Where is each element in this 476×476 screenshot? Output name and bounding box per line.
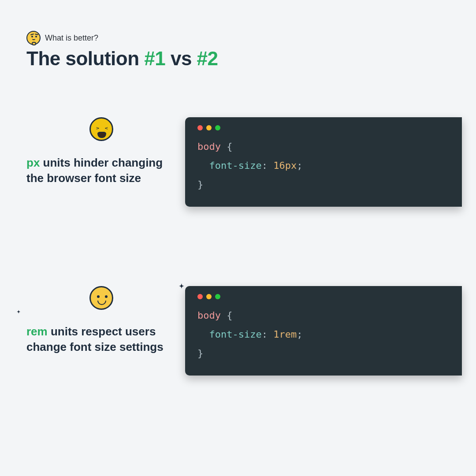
code-property: font-size — [209, 160, 261, 171]
code-brace-close: } — [197, 179, 203, 190]
code-line-3: } — [197, 175, 450, 194]
code-selector: body — [197, 141, 221, 152]
code-semicolon: ; — [297, 160, 302, 171]
caption-accent-rem: rem — [26, 325, 48, 338]
eyebrow-row: What is better? — [26, 31, 476, 45]
code-value: 16px — [273, 160, 297, 171]
code-line-2: font-size: 1rem; — [197, 325, 450, 344]
window-dot-green-icon — [215, 125, 220, 130]
code-colon: : — [262, 160, 274, 171]
thinking-face-icon — [26, 31, 41, 45]
window-traffic-lights — [197, 294, 450, 299]
title-accent-2: #2 — [197, 48, 218, 69]
code-line-2: font-size: 16px; — [197, 156, 450, 175]
eyebrow-text: What is better? — [45, 33, 98, 43]
code-selector: body — [197, 310, 221, 321]
emoji-wrap-rem: ✦ ✦ • — [26, 286, 176, 310]
code-brace-open: { — [227, 141, 232, 152]
caption-rest-px: units hinder changing the browser font s… — [26, 156, 163, 185]
window-traffic-lights — [197, 125, 450, 130]
code-colon: : — [262, 329, 274, 340]
page-title: The solution #1 vs #2 — [26, 48, 476, 69]
code-line-1: body { — [197, 306, 450, 325]
comparison-container: >< px units hinder changing the browser … — [26, 117, 476, 375]
code-property: font-size — [209, 329, 261, 340]
solution-left-rem: ✦ ✦ • rem units respect users change fon… — [26, 286, 185, 355]
window-dot-green-icon — [215, 294, 220, 299]
code-brace-open: { — [227, 310, 232, 321]
window-dot-yellow-icon — [206, 294, 212, 299]
weary-face-icon: >< — [89, 117, 113, 141]
caption-px: px units hinder changing the browser fon… — [26, 155, 176, 186]
caption-rem: rem units respect users change font size… — [26, 324, 176, 355]
solution-row-rem: ✦ ✦ • rem units respect users change fon… — [26, 286, 476, 376]
title-part-2: vs — [165, 48, 197, 69]
code-line-3: } — [197, 344, 450, 363]
solution-left-px: >< px units hinder changing the browser … — [26, 117, 185, 186]
code-semicolon: ; — [297, 329, 302, 340]
happy-face-icon — [89, 286, 113, 310]
code-line-1: body { — [197, 138, 450, 156]
code-window-px: body { font-size: 16px; } — [185, 117, 462, 207]
sparkle-icon: • — [186, 289, 188, 293]
title-part-1: The solution — [26, 48, 144, 69]
solution-row-px: >< px units hinder changing the browser … — [26, 117, 476, 207]
title-accent-1: #1 — [144, 48, 165, 69]
sparkle-icon: ✦ — [17, 309, 20, 314]
caption-accent-px: px — [26, 156, 40, 169]
window-dot-yellow-icon — [206, 125, 212, 130]
code-value: 1rem — [273, 329, 297, 340]
window-dot-red-icon — [197, 294, 203, 299]
window-dot-red-icon — [197, 125, 203, 130]
code-window-rem: body { font-size: 1rem; } — [185, 286, 462, 376]
code-brace-close: } — [197, 348, 203, 359]
emoji-wrap-px: >< — [26, 117, 176, 141]
sparkle-icon: ✦ — [179, 283, 184, 290]
